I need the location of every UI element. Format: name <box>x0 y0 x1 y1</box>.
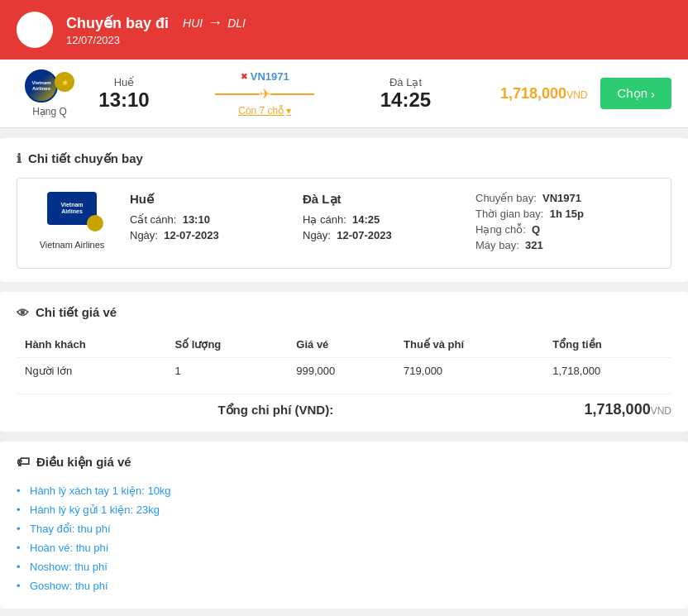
departure-info: Huế 13:10 <box>91 76 157 112</box>
row-total: 1,718,000 <box>544 358 671 384</box>
flight-line: ✈ <box>215 86 314 102</box>
price-table: Hành khách Số lượng Giá vé Thuế và phí T… <box>17 332 671 384</box>
price-amount: 1,718,000 <box>500 85 566 102</box>
airline-name-label: Vietnam Airlines <box>40 240 105 250</box>
header-text: Chuyến bay đi HUI → DLI 12/07/2023 <box>66 14 246 46</box>
dep-city-name: Huế <box>130 192 286 207</box>
class-row: Hạng chỗ: Q <box>475 223 657 236</box>
col-ticket-price: Giá vé <box>288 332 395 358</box>
col-quantity: Số lượng <box>167 332 289 358</box>
flight-details-section: ℹ Chi tiết chuyến bay VietnamAirlines Vi… <box>0 138 688 282</box>
takeoff-time: 13:10 <box>183 213 210 226</box>
condition-item: Hoàn vé: thu phí <box>17 538 671 557</box>
arrival-details: Đà Lạt Hạ cánh: 14:25 Ngày: 12-07-2023 <box>303 192 459 245</box>
airplane-icon <box>17 12 53 48</box>
table-row: Người lớn 1 999,000 719,000 1,718,000 <box>17 358 671 384</box>
chevron-right-icon: › <box>651 87 655 101</box>
arrow-icon: → <box>208 14 222 31</box>
ticket-price: 999,000 <box>288 358 395 384</box>
header-date: 12/07/2023 <box>66 34 246 46</box>
total-row: Tổng chi phí (VND): 1,718,000VND <box>17 394 671 418</box>
flight-code: ✖ VN1971 <box>241 70 289 83</box>
arrival-info: Đà Lạt 14:25 <box>372 76 438 112</box>
plane-row: Máy bay: 321 <box>475 239 657 251</box>
condition-item: Noshow: thu phí <box>17 557 671 576</box>
price-display: 1,718,000VND <box>455 85 587 103</box>
airline-detail-logo: VietnamAirlines Vietnam Airlines <box>31 192 113 250</box>
plane-icon: ✈ <box>260 86 270 102</box>
price-details-section: 👁 Chi tiết giá vé Hành khách Số lượng Gi… <box>0 292 688 432</box>
departure-time: 13:10 <box>91 88 157 112</box>
chevron-down-icon: ▾ <box>286 105 291 117</box>
departure-details: Huế Cất cánh: 13:10 Ngày: 12-07-2023 <box>130 192 286 245</box>
condition-item: Goshow: thu phí <box>17 576 671 595</box>
duration-row: Thời gian bay: 1h 15p <box>475 208 657 220</box>
flight-middle: ✖ VN1971 ✈ Còn 7 chỗ ▾ <box>157 70 372 117</box>
header-title-text: Chuyến bay đi <box>66 14 169 32</box>
vietnam-airlines-logo: VietnamAirlines <box>25 69 58 103</box>
passenger-type: Người lớn <box>17 358 167 384</box>
arr-city-name: Đà Lạt <box>303 192 459 207</box>
choose-button[interactable]: Chọn › <box>600 78 671 109</box>
condition-item: Hành lý ký gửi 1 kiện: 23kg <box>17 500 671 519</box>
arrival-time: 14:25 <box>372 88 438 112</box>
passenger-quantity: 1 <box>167 358 289 384</box>
info-icon: ℹ <box>17 151 22 166</box>
takeoff-row: Cất cánh: 13:10 <box>130 213 286 226</box>
airline-class: Hạng Q <box>32 106 67 117</box>
flight-number-row: Chuyến bay: VN1971 <box>475 192 657 204</box>
tag-icon: 🏷 <box>17 455 30 470</box>
condition-item: Hành lý xách tay 1 kiện: 10kg <box>17 481 671 500</box>
departure-city: Huế <box>91 76 157 88</box>
landing-row: Hạ cánh: 14:25 <box>303 213 459 226</box>
arr-date-row: Ngày: 12-07-2023 <box>303 229 459 241</box>
col-passenger: Hành khách <box>17 332 167 358</box>
total-amount: 1,718,000VND <box>585 401 671 418</box>
page-header: Chuyến bay đi HUI → DLI 12/07/2023 <box>0 0 688 60</box>
conditions-title: 🏷 Điều kiện giá vé <box>17 455 671 470</box>
skyteam-logo: ⭐ <box>55 72 74 92</box>
dep-date-row: Ngày: 12-07-2023 <box>130 229 286 241</box>
col-tax: Thuế và phí <box>395 332 544 358</box>
arr-date: 12-07-2023 <box>337 229 392 241</box>
conditions-list: Hành lý xách tay 1 kiện: 10kg Hành lý ký… <box>17 481 671 595</box>
origin-code: HUI <box>183 17 203 30</box>
flight-detail-box: VietnamAirlines Vietnam Airlines Huế Cất… <box>17 178 671 269</box>
va-logo-large: VietnamAirlines <box>47 192 97 225</box>
price-details-title: 👁 Chi tiết giá vé <box>17 305 671 320</box>
eye-icon: 👁 <box>17 306 29 320</box>
conditions-section: 🏷 Điều kiện giá vé Hành lý xách tay 1 ki… <box>0 442 688 609</box>
flight-details-title: ℹ Chi tiết chuyến bay <box>17 151 671 166</box>
table-header-row: Hành khách Số lượng Giá vé Thuế và phí T… <box>17 332 671 358</box>
total-label: Tổng chi phí (VND): <box>17 403 535 418</box>
landing-time: 14:25 <box>352 213 380 226</box>
flight-summary-bar: VietnamAirlines ⭐ Hạng Q Huế 13:10 ✖ VN1… <box>0 60 688 128</box>
condition-item: Thay đổi: thu phí <box>17 519 671 538</box>
currency-label: VND <box>566 89 587 101</box>
arrival-city: Đà Lạt <box>372 76 438 88</box>
col-total: Tổng tiền <box>544 332 671 358</box>
seats-remaining[interactable]: Còn 7 chỗ ▾ <box>238 105 291 117</box>
tax-fee: 719,000 <box>395 358 544 384</box>
airline-logo: VietnamAirlines ⭐ Hạng Q <box>17 69 83 117</box>
destination-code: DLI <box>227 17 246 30</box>
dep-date: 12-07-2023 <box>164 229 219 241</box>
flight-info: Chuyến bay: VN1971 Thời gian bay: 1h 15p… <box>475 192 657 255</box>
header-title: Chuyến bay đi HUI → DLI <box>66 14 246 32</box>
